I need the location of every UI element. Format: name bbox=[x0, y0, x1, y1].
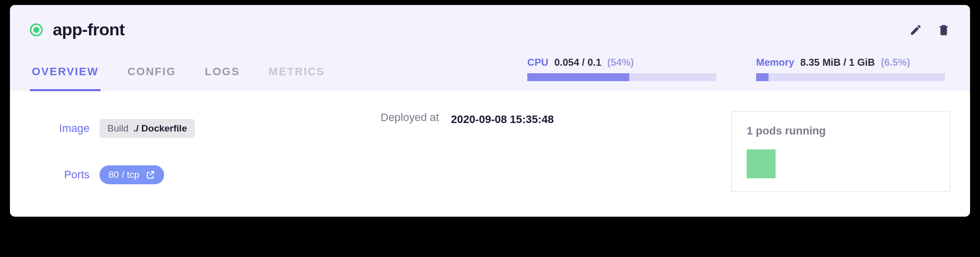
metric-memory: Memory 8.35 MiB / 1 GiB (6.5%) bbox=[756, 57, 945, 81]
tab-logs[interactable]: LOGS bbox=[203, 60, 242, 91]
title-row: app-front bbox=[30, 20, 950, 39]
app-title: app-front bbox=[53, 20, 125, 39]
status-indicator-icon bbox=[30, 23, 43, 36]
image-label: Image bbox=[30, 122, 90, 135]
metric-cpu-pct: (54%) bbox=[607, 57, 634, 68]
metric-memory-bar bbox=[756, 73, 945, 81]
metric-cpu: CPU 0.054 / 0.1 (54%) bbox=[527, 57, 716, 81]
metric-memory-name: Memory bbox=[756, 57, 794, 68]
image-chip: Build ./ Dockerfile bbox=[99, 119, 195, 138]
edit-button[interactable] bbox=[909, 23, 922, 36]
edit-icon bbox=[909, 23, 922, 36]
metric-cpu-value: 0.054 / 0.1 bbox=[554, 57, 601, 68]
ports-label: Ports bbox=[30, 168, 90, 181]
image-path: ./ Dockerfile bbox=[133, 123, 187, 134]
port-chip-label: 80 / tcp bbox=[108, 169, 139, 180]
metric-cpu-bar-fill bbox=[527, 73, 629, 81]
card-header: app-front OVERVIEW CONFIG LOGS METRICS bbox=[10, 5, 970, 91]
tabs: OVERVIEW CONFIG LOGS METRICS bbox=[30, 60, 327, 91]
image-value: Build ./ Dockerfile bbox=[99, 119, 361, 138]
app-card: app-front OVERVIEW CONFIG LOGS METRICS bbox=[10, 5, 970, 217]
card-body: Image Build ./ Dockerfile Ports 80 / tcp… bbox=[10, 91, 970, 217]
overview-kv: Image Build ./ Dockerfile Ports 80 / tcp bbox=[30, 111, 361, 192]
title-actions bbox=[909, 23, 950, 36]
metric-cpu-label: CPU 0.054 / 0.1 (54%) bbox=[527, 57, 716, 68]
pod-indicator[interactable] bbox=[747, 149, 776, 178]
tab-overview[interactable]: OVERVIEW bbox=[30, 60, 100, 91]
subheader: OVERVIEW CONFIG LOGS METRICS CPU 0.054 /… bbox=[30, 57, 950, 91]
title-left: app-front bbox=[30, 20, 125, 39]
pods-box: 1 pods running bbox=[731, 111, 950, 192]
port-chip[interactable]: 80 / tcp bbox=[99, 165, 164, 184]
deployed-value: 2020-09-08 15:35:48 bbox=[451, 111, 711, 128]
trash-icon bbox=[937, 23, 950, 36]
metric-memory-label: Memory 8.35 MiB / 1 GiB (6.5%) bbox=[756, 57, 945, 68]
metric-memory-bar-fill bbox=[756, 73, 769, 81]
pods-title: 1 pods running bbox=[747, 125, 935, 137]
delete-button[interactable] bbox=[937, 23, 950, 36]
tab-metrics: METRICS bbox=[267, 60, 327, 91]
metric-cpu-name: CPU bbox=[527, 57, 548, 68]
image-build-label: Build bbox=[107, 123, 128, 134]
deployed-label: Deployed at bbox=[381, 111, 439, 124]
metrics-row: CPU 0.054 / 0.1 (54%) Memory 8.35 MiB / … bbox=[527, 57, 950, 91]
ports-value: 80 / tcp bbox=[99, 165, 361, 184]
tab-config[interactable]: CONFIG bbox=[125, 60, 178, 91]
deployed-row: Deployed at 2020-09-08 15:35:48 bbox=[381, 111, 711, 192]
metric-memory-pct: (6.5%) bbox=[881, 57, 910, 68]
metric-memory-value: 8.35 MiB / 1 GiB bbox=[800, 57, 875, 68]
open-external-icon bbox=[145, 170, 155, 180]
metric-cpu-bar bbox=[527, 73, 716, 81]
